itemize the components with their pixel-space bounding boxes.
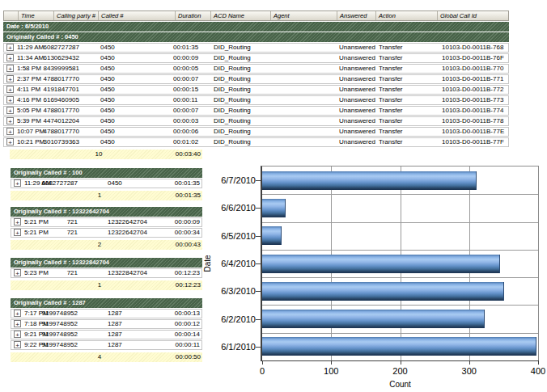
cell-calling-party: 4788017770 (27, 75, 79, 83)
y-axis-tick (256, 208, 261, 209)
cell-called-number: 0450 (100, 128, 115, 136)
expand-icon[interactable]: + (14, 179, 21, 187)
cell-called-number: 0450 (100, 65, 115, 73)
cell-called-number: 1287 (108, 331, 122, 339)
summary-call-count: 1 (87, 191, 112, 200)
expand-icon[interactable]: + (6, 65, 14, 72)
column-header-acd-name[interactable]: ACD Name (211, 11, 271, 20)
bar-6-2-2010 (262, 310, 485, 328)
expand-icon[interactable]: + (14, 331, 21, 338)
column-header-answered[interactable]: Answered (337, 11, 376, 20)
y-tick-label: 6/6/2010 (201, 203, 256, 213)
expand-icon[interactable]: + (14, 229, 21, 236)
call-detail-table: TimeCalling party #Called #DurationACD N… (3, 11, 509, 159)
group-summary-row: 100:01:35 (11, 191, 202, 200)
group-header[interactable]: Originally Called # : 100 (11, 168, 202, 178)
cell-duration: 00:00:15 (173, 86, 198, 94)
cell-duration: 00:12:23 (175, 269, 200, 277)
cell-duration: 00:00:11 (173, 96, 198, 104)
y-tick-label: 6/3/2010 (201, 286, 256, 296)
cell-calling-party: 4788017770 (27, 107, 79, 115)
cell-global-call-id: 10103-D0-0011B-778 (442, 117, 503, 125)
column-header-action[interactable]: Action (376, 11, 438, 20)
y-tick-label: 6/1/2010 (201, 342, 256, 352)
bar-6-4-2010 (262, 255, 500, 273)
cell-acd-name: DID_Routing (214, 138, 251, 146)
expand-icon[interactable]: + (14, 218, 21, 226)
cell-global-call-id: 10103-D0-0011B-774 (442, 107, 503, 115)
expand-icon[interactable]: + (14, 320, 21, 327)
column-header-time[interactable]: Time (19, 11, 54, 20)
x-tick-label: 100 (313, 366, 349, 376)
group-header[interactable]: Originally Called # : 12322642704 (11, 207, 202, 217)
column-header-called[interactable]: Called # (99, 11, 176, 20)
cell-answered: Unanswered (339, 138, 375, 146)
cell-acd-name: DID_Routing (214, 75, 251, 83)
x-axis-label: Count (376, 380, 425, 389)
expand-icon[interactable]: + (6, 117, 14, 124)
expand-icon[interactable]: + (6, 138, 14, 145)
y-axis-tick (256, 263, 261, 264)
expand-icon[interactable]: + (6, 54, 14, 61)
cell-action: Transfer (379, 75, 403, 83)
expand-icon[interactable]: + (6, 44, 14, 51)
summary-total-duration: 00:01:35 (176, 191, 201, 200)
x-axis-tick (262, 360, 263, 365)
y-axis-tick (256, 180, 261, 181)
cell-action: Transfer (379, 128, 403, 136)
cell-action: Transfer (379, 96, 403, 104)
cell-calling-party: 6082727287 (27, 44, 79, 52)
summary-total-duration: 00:03:40 (176, 150, 201, 158)
group-header-label: Originally Called # : 0450 (6, 33, 78, 40)
cell-duration: 00:00:13 (175, 310, 200, 318)
expand-icon[interactable]: + (6, 107, 14, 114)
cell-global-call-id: 10103-D0-0011B-772 (442, 86, 503, 94)
column-header-global-call-id[interactable]: Global Call Id (438, 11, 508, 20)
date-group-header[interactable]: Date : 6/5/2010 (3, 22, 509, 32)
column-header-agent[interactable]: Agent (271, 11, 337, 20)
cell-action: Transfer (379, 65, 403, 73)
y-axis-tick (256, 291, 261, 292)
group-header[interactable]: Originally Called # : 1287 (11, 298, 202, 308)
table-row: +5:39 PM4474012204045000:00:03DID_Routin… (3, 116, 509, 126)
table-row: +9:21 PM9199748952128700:00:14 (11, 330, 202, 339)
cell-duration: 00:00:07 (173, 107, 198, 115)
group-header[interactable]: Originally Called # : 12322842704 (11, 258, 202, 268)
bar-6-7-2010 (262, 171, 477, 190)
column-header-duration[interactable]: Duration (176, 11, 211, 20)
call-group: Originally Called # : 1287+7:17 PM919974… (11, 298, 202, 362)
cell-global-call-id: 10103-D0-0011B-76F (442, 54, 504, 62)
group-header-label: Originally Called # : 1287 (14, 299, 86, 306)
cell-duration: 00:01:02 (173, 138, 198, 146)
summary-call-count: 1 (87, 280, 112, 289)
calls-per-date-bar-chart: 6/7/20106/6/20106/5/20106/4/20106/3/2010… (204, 162, 547, 392)
expand-icon[interactable]: + (6, 128, 14, 135)
date-group-label: Date : 6/5/2010 (6, 23, 49, 30)
cell-action: Transfer (379, 117, 403, 125)
expand-icon[interactable]: + (6, 96, 14, 103)
expand-icon[interactable]: + (14, 269, 21, 276)
group-header[interactable]: Originally Called # : 0450 (3, 32, 509, 42)
expand-icon[interactable]: + (14, 341, 21, 348)
expand-icon[interactable]: + (14, 310, 21, 317)
cell-called-number: 0450 (100, 86, 115, 94)
x-tick-label: 0 (244, 366, 280, 376)
call-group: Originally Called # : 12322642704+5:21 P… (11, 207, 202, 250)
column-header-calling-party[interactable]: Calling party # (54, 11, 99, 20)
table-row: +7:18 PM9199748952128700:00:12 (11, 319, 202, 329)
cell-acd-name: DID_Routing (214, 44, 251, 52)
bar-6-1-2010 (262, 337, 536, 356)
cell-action: Transfer (379, 54, 403, 62)
cell-calling-party: 721 (34, 269, 78, 277)
expand-icon[interactable]: + (6, 75, 14, 82)
cell-action: Transfer (379, 107, 403, 115)
cell-duration: 00:01:35 (175, 179, 200, 188)
table-row: +4:11 PM4191847701045000:00:15DID_Routin… (3, 85, 509, 95)
cell-called-number: 12322642704 (108, 218, 147, 226)
expand-icon[interactable]: + (6, 86, 14, 93)
cell-calling-party: 721 (34, 229, 78, 237)
cell-called-number: 1287 (108, 341, 122, 349)
y-tick-label: 6/7/2010 (201, 175, 256, 185)
x-axis-tick (331, 360, 332, 365)
cell-global-call-id: 10103-D0-0011B-768 (442, 44, 503, 52)
